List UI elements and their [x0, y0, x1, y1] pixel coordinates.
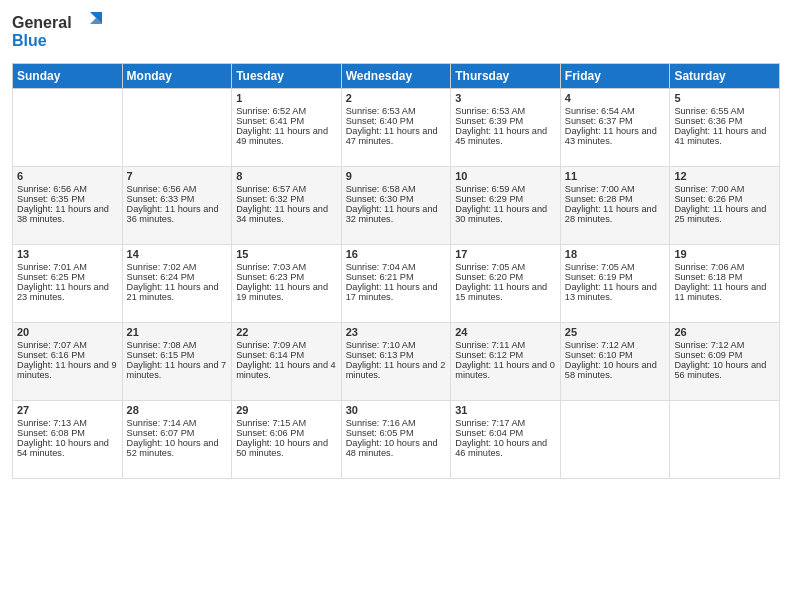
day-info: Sunset: 6:15 PM [127, 350, 228, 360]
day-info: Daylight: 10 hours and 54 minutes. [17, 438, 118, 458]
day-info: Sunrise: 6:53 AM [455, 106, 556, 116]
day-number: 20 [17, 326, 118, 338]
day-header-tuesday: Tuesday [232, 64, 342, 89]
day-info: Sunrise: 6:59 AM [455, 184, 556, 194]
day-info: Daylight: 11 hours and 38 minutes. [17, 204, 118, 224]
day-number: 23 [346, 326, 447, 338]
day-info: Sunset: 6:26 PM [674, 194, 775, 204]
day-number: 22 [236, 326, 337, 338]
calendar-cell: 31Sunrise: 7:17 AMSunset: 6:04 PMDayligh… [451, 401, 561, 479]
day-number: 26 [674, 326, 775, 338]
day-info: Daylight: 11 hours and 23 minutes. [17, 282, 118, 302]
day-info: Sunset: 6:24 PM [127, 272, 228, 282]
day-number: 7 [127, 170, 228, 182]
calendar-cell: 30Sunrise: 7:16 AMSunset: 6:05 PMDayligh… [341, 401, 451, 479]
day-info: Sunrise: 7:04 AM [346, 262, 447, 272]
day-info: Sunset: 6:16 PM [17, 350, 118, 360]
day-number: 15 [236, 248, 337, 260]
day-number: 29 [236, 404, 337, 416]
day-info: Sunset: 6:05 PM [346, 428, 447, 438]
calendar-cell: 22Sunrise: 7:09 AMSunset: 6:14 PMDayligh… [232, 323, 342, 401]
day-info: Sunrise: 6:57 AM [236, 184, 337, 194]
day-info: Daylight: 11 hours and 30 minutes. [455, 204, 556, 224]
day-info: Sunrise: 7:09 AM [236, 340, 337, 350]
day-info: Daylight: 11 hours and 47 minutes. [346, 126, 447, 146]
day-info: Sunset: 6:12 PM [455, 350, 556, 360]
day-header-sunday: Sunday [13, 64, 123, 89]
day-info: Daylight: 11 hours and 17 minutes. [346, 282, 447, 302]
calendar-cell: 29Sunrise: 7:15 AMSunset: 6:06 PMDayligh… [232, 401, 342, 479]
day-info: Daylight: 11 hours and 4 minutes. [236, 360, 337, 380]
day-info: Sunrise: 7:05 AM [565, 262, 666, 272]
day-info: Sunrise: 7:14 AM [127, 418, 228, 428]
calendar-cell: 7Sunrise: 6:56 AMSunset: 6:33 PMDaylight… [122, 167, 232, 245]
calendar-cell: 11Sunrise: 7:00 AMSunset: 6:28 PMDayligh… [560, 167, 670, 245]
day-number: 21 [127, 326, 228, 338]
day-number: 16 [346, 248, 447, 260]
day-info: Sunset: 6:33 PM [127, 194, 228, 204]
day-info: Sunrise: 7:15 AM [236, 418, 337, 428]
day-number: 18 [565, 248, 666, 260]
calendar-cell: 2Sunrise: 6:53 AMSunset: 6:40 PMDaylight… [341, 89, 451, 167]
calendar-cell: 16Sunrise: 7:04 AMSunset: 6:21 PMDayligh… [341, 245, 451, 323]
day-info: Sunset: 6:28 PM [565, 194, 666, 204]
calendar-cell: 3Sunrise: 6:53 AMSunset: 6:39 PMDaylight… [451, 89, 561, 167]
calendar-cell: 17Sunrise: 7:05 AMSunset: 6:20 PMDayligh… [451, 245, 561, 323]
day-info: Daylight: 11 hours and 43 minutes. [565, 126, 666, 146]
calendar-cell: 1Sunrise: 6:52 AMSunset: 6:41 PMDaylight… [232, 89, 342, 167]
header-row: SundayMondayTuesdayWednesdayThursdayFrid… [13, 64, 780, 89]
day-info: Daylight: 11 hours and 28 minutes. [565, 204, 666, 224]
day-info: Daylight: 11 hours and 32 minutes. [346, 204, 447, 224]
day-info: Sunrise: 6:56 AM [17, 184, 118, 194]
day-number: 2 [346, 92, 447, 104]
day-number: 30 [346, 404, 447, 416]
calendar-cell [670, 401, 780, 479]
svg-text:Blue: Blue [12, 32, 47, 49]
day-number: 14 [127, 248, 228, 260]
day-info: Daylight: 11 hours and 36 minutes. [127, 204, 228, 224]
day-info: Sunrise: 6:55 AM [674, 106, 775, 116]
day-info: Daylight: 10 hours and 50 minutes. [236, 438, 337, 458]
day-info: Daylight: 11 hours and 45 minutes. [455, 126, 556, 146]
day-info: Sunrise: 7:01 AM [17, 262, 118, 272]
day-info: Daylight: 11 hours and 13 minutes. [565, 282, 666, 302]
day-info: Sunset: 6:10 PM [565, 350, 666, 360]
day-info: Sunrise: 7:13 AM [17, 418, 118, 428]
day-number: 11 [565, 170, 666, 182]
day-info: Sunset: 6:39 PM [455, 116, 556, 126]
day-number: 24 [455, 326, 556, 338]
calendar-cell: 12Sunrise: 7:00 AMSunset: 6:26 PMDayligh… [670, 167, 780, 245]
week-row-2: 6Sunrise: 6:56 AMSunset: 6:35 PMDaylight… [13, 167, 780, 245]
day-header-saturday: Saturday [670, 64, 780, 89]
day-number: 19 [674, 248, 775, 260]
day-info: Sunset: 6:23 PM [236, 272, 337, 282]
day-info: Daylight: 11 hours and 2 minutes. [346, 360, 447, 380]
day-info: Sunset: 6:21 PM [346, 272, 447, 282]
day-number: 4 [565, 92, 666, 104]
day-info: Sunset: 6:13 PM [346, 350, 447, 360]
calendar-cell: 8Sunrise: 6:57 AMSunset: 6:32 PMDaylight… [232, 167, 342, 245]
day-info: Sunset: 6:04 PM [455, 428, 556, 438]
calendar-cell: 19Sunrise: 7:06 AMSunset: 6:18 PMDayligh… [670, 245, 780, 323]
day-number: 10 [455, 170, 556, 182]
week-row-3: 13Sunrise: 7:01 AMSunset: 6:25 PMDayligh… [13, 245, 780, 323]
calendar-cell: 10Sunrise: 6:59 AMSunset: 6:29 PMDayligh… [451, 167, 561, 245]
day-info: Daylight: 11 hours and 34 minutes. [236, 204, 337, 224]
calendar-cell: 27Sunrise: 7:13 AMSunset: 6:08 PMDayligh… [13, 401, 123, 479]
calendar-cell: 13Sunrise: 7:01 AMSunset: 6:25 PMDayligh… [13, 245, 123, 323]
day-info: Sunrise: 7:12 AM [674, 340, 775, 350]
day-info: Sunset: 6:07 PM [127, 428, 228, 438]
day-info: Daylight: 11 hours and 25 minutes. [674, 204, 775, 224]
day-info: Sunset: 6:41 PM [236, 116, 337, 126]
calendar-container: General Blue SundayMondayTuesdayWednesda… [0, 0, 792, 487]
day-info: Sunrise: 7:17 AM [455, 418, 556, 428]
svg-text:General: General [12, 14, 72, 31]
day-number: 17 [455, 248, 556, 260]
calendar-cell [122, 89, 232, 167]
day-info: Sunrise: 6:58 AM [346, 184, 447, 194]
day-number: 1 [236, 92, 337, 104]
day-info: Sunrise: 7:00 AM [565, 184, 666, 194]
calendar-cell: 28Sunrise: 7:14 AMSunset: 6:07 PMDayligh… [122, 401, 232, 479]
day-number: 6 [17, 170, 118, 182]
calendar-cell: 5Sunrise: 6:55 AMSunset: 6:36 PMDaylight… [670, 89, 780, 167]
